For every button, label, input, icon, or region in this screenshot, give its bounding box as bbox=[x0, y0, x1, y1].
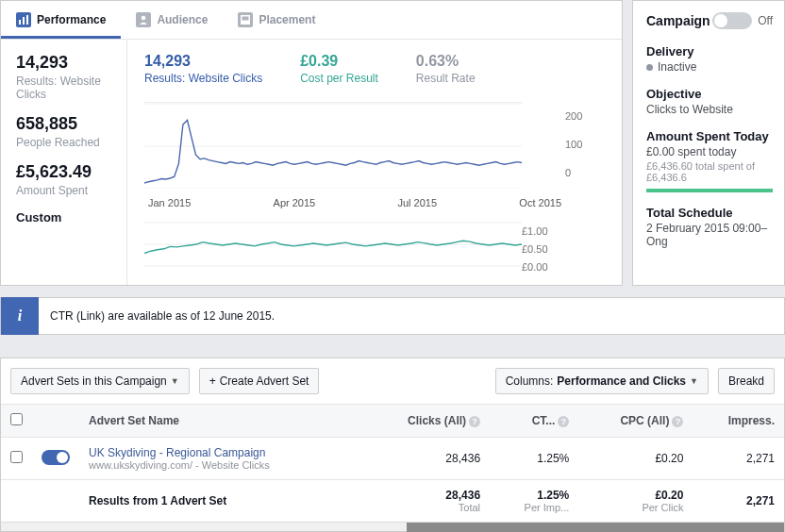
columns-prefix: Columns: bbox=[506, 374, 554, 388]
side-title: Campaign bbox=[646, 13, 710, 28]
placement-icon bbox=[238, 12, 253, 27]
svg-rect-5 bbox=[242, 17, 249, 21]
help-icon[interactable]: ? bbox=[469, 416, 480, 427]
table-totals-row: Results from 1 Advert Set 28,436Total 1.… bbox=[1, 480, 784, 523]
col-ctr[interactable]: CT...? bbox=[490, 405, 578, 438]
totals-ctr-sub: Per Imp... bbox=[499, 502, 569, 513]
campaign-toggle[interactable] bbox=[712, 12, 752, 29]
xaxis-tick: Apr 2015 bbox=[274, 197, 316, 208]
status-dot-icon bbox=[646, 64, 653, 71]
budget-progress-bar bbox=[646, 189, 773, 192]
horizontal-scrollbar[interactable] bbox=[1, 522, 784, 531]
table-header-row: Advert Set Name Clicks (All)? CT...? CPC… bbox=[1, 405, 784, 438]
tab-performance[interactable]: Performance bbox=[1, 1, 121, 39]
col-impress[interactable]: Impress. bbox=[693, 405, 784, 438]
plus-icon: + bbox=[209, 374, 216, 388]
totals-cpc-sub: Per Click bbox=[588, 502, 683, 513]
reach-label: People Reached bbox=[16, 136, 117, 149]
bar-chart-icon bbox=[16, 12, 31, 27]
spent-value: £5,623.49 bbox=[16, 162, 117, 182]
advert-sets-table: Advert Set Name Clicks (All)? CT...? CPC… bbox=[1, 404, 784, 522]
columns-value: Performance and Clicks bbox=[557, 374, 686, 388]
chevron-down-icon: ▼ bbox=[171, 376, 179, 386]
stat1-label: Results: Website Clicks bbox=[144, 72, 262, 85]
cost-line-chart bbox=[144, 222, 522, 267]
spent-total-value: £6,436.60 total spent of £6,436.6 bbox=[646, 160, 773, 183]
schedule-key: Total Schedule bbox=[646, 206, 773, 220]
totals-ctr: 1.25% bbox=[537, 489, 569, 502]
main-chart: Jan 2015 Apr 2015 Jul 2015 Oct 2015 £1.0… bbox=[144, 102, 609, 275]
breakdown-label: Breakd bbox=[728, 374, 764, 388]
svg-rect-2 bbox=[26, 15, 28, 25]
yaxis-tick: 100 bbox=[565, 130, 609, 158]
breakdown-dropdown[interactable]: Breakd bbox=[718, 368, 775, 394]
totals-impress: 2,271 bbox=[746, 494, 775, 507]
tab-placement[interactable]: Placement bbox=[223, 1, 330, 39]
results-label: Results: Website Clicks bbox=[16, 75, 117, 101]
totals-clicks-sub: Total bbox=[372, 502, 480, 513]
spent-today-value: £0.00 spent today bbox=[646, 145, 773, 158]
row-checkbox[interactable] bbox=[10, 451, 23, 463]
svg-rect-0 bbox=[19, 20, 21, 25]
delivery-value: Inactive bbox=[658, 60, 696, 74]
svg-point-3 bbox=[142, 16, 146, 21]
spent-label: Amount Spent bbox=[16, 184, 117, 197]
advert-sets-dropdown-label: Advert Sets in this Campaign bbox=[21, 374, 167, 388]
stat2-value: £0.39 bbox=[300, 53, 378, 70]
yaxis-tick: 0 bbox=[565, 158, 609, 187]
performance-panel: Performance Audience Placement 14,293 Re… bbox=[0, 0, 623, 286]
tab-audience[interactable]: Audience bbox=[121, 1, 223, 39]
custom-label[interactable]: Custom bbox=[16, 210, 117, 224]
create-advert-set-label: Create Advert Set bbox=[220, 374, 309, 388]
select-all-checkbox[interactable] bbox=[10, 413, 23, 425]
columns-dropdown[interactable]: Columns: Performance and Clicks ▼ bbox=[495, 368, 709, 394]
main-tabs: Performance Audience Placement bbox=[1, 1, 622, 40]
col-name[interactable]: Advert Set Name bbox=[79, 405, 362, 438]
info-icon: i bbox=[1, 297, 39, 335]
totals-clicks: 28,436 bbox=[445, 489, 480, 502]
create-advert-set-button[interactable]: + Create Advert Set bbox=[199, 368, 320, 394]
reach-value: 658,885 bbox=[16, 114, 117, 134]
metrics-detail: 14,293 Results: Website Clicks £0.39 Cos… bbox=[127, 40, 622, 285]
yaxis-tick: 200 bbox=[565, 102, 609, 130]
xaxis-tick: Jul 2015 bbox=[397, 197, 437, 208]
row-toggle[interactable] bbox=[42, 450, 70, 465]
totals-cpc: £0.20 bbox=[655, 489, 683, 502]
tab-audience-label: Audience bbox=[157, 13, 208, 26]
advert-set-name[interactable]: UK Skydiving - Regional Campaign bbox=[89, 446, 353, 459]
help-icon[interactable]: ? bbox=[672, 416, 683, 427]
advert-sets-dropdown[interactable]: Advert Sets in this Campaign ▼ bbox=[10, 368, 190, 394]
yaxis2-tick: £0.00 bbox=[522, 258, 565, 275]
svg-rect-1 bbox=[23, 17, 25, 25]
xaxis-tick: Oct 2015 bbox=[519, 197, 561, 208]
help-icon[interactable]: ? bbox=[558, 416, 569, 427]
xaxis-tick: Jan 2015 bbox=[148, 197, 191, 208]
metrics-area: 14,293 Results: Website Clicks 658,885 P… bbox=[1, 40, 622, 285]
audience-icon bbox=[136, 12, 151, 27]
delivery-key: Delivery bbox=[646, 44, 773, 58]
metrics-summary: 14,293 Results: Website Clicks 658,885 P… bbox=[1, 40, 127, 285]
col-cpc[interactable]: CPC (All)? bbox=[578, 405, 693, 438]
stat2-label: Cost per Result bbox=[300, 72, 378, 85]
stat3-label: Result Rate bbox=[416, 72, 476, 85]
schedule-value: 2 February 2015 09:00–Ong bbox=[646, 222, 773, 248]
col-clicks[interactable]: Clicks (All)? bbox=[362, 405, 490, 438]
cell-clicks: 28,436 bbox=[362, 438, 490, 480]
results-value: 14,293 bbox=[16, 53, 117, 73]
totals-label: Results from 1 Advert Set bbox=[89, 494, 226, 507]
stat1-value: 14,293 bbox=[144, 53, 262, 70]
advert-set-sub: www.ukskydiving.com/ - Website Clicks bbox=[89, 459, 353, 471]
campaign-toggle-label: Off bbox=[758, 14, 773, 27]
cell-ctr: 1.25% bbox=[490, 438, 578, 480]
cell-cpc: £0.20 bbox=[578, 438, 693, 480]
yaxis2-tick: £1.00 bbox=[522, 222, 565, 240]
info-text: CTR (Link) are available as of 12 June 2… bbox=[39, 309, 275, 323]
table-row[interactable]: UK Skydiving - Regional Campaign www.uks… bbox=[1, 438, 784, 480]
stat3-value: 0.63% bbox=[416, 53, 476, 70]
info-bar: i CTR (Link) are available as of 12 June… bbox=[0, 297, 785, 335]
objective-value: Clicks to Website bbox=[646, 103, 773, 116]
tab-performance-label: Performance bbox=[37, 13, 106, 26]
yaxis2-tick: £0.50 bbox=[522, 240, 565, 258]
spent-today-key: Amount Spent Today bbox=[646, 129, 773, 143]
tab-placement-label: Placement bbox=[259, 13, 315, 26]
